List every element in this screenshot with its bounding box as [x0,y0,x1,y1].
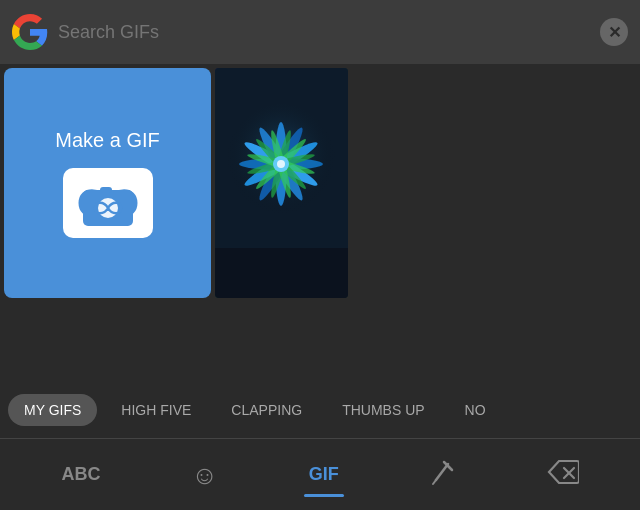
svg-line-22 [433,480,436,484]
make-gif-label: Make a GIF [55,129,159,152]
gif-label: GIF [309,464,339,485]
backspace-button[interactable] [531,451,595,499]
tab-no[interactable]: NO [449,394,502,426]
gif-button[interactable]: GIF [293,456,355,493]
gif-image-svg [215,68,348,298]
clear-icon: ✕ [608,23,621,42]
abc-label: ABC [61,464,100,485]
tab-high-five[interactable]: HIGH FIVE [105,394,207,426]
emoji-icon: ☺ [191,462,218,488]
make-gif-icon [63,168,153,238]
gif-thumbnail[interactable] [215,68,348,298]
svg-line-20 [436,464,448,480]
pen-button[interactable] [414,452,472,498]
make-gif-card[interactable]: Make a GIF [4,68,211,298]
clear-button[interactable]: ✕ [600,18,628,46]
google-logo-icon [12,14,48,50]
tab-thumbs-up[interactable]: THUMBS UP [326,394,440,426]
pen-icon [430,460,456,490]
svg-point-18 [277,160,285,168]
category-tabs: MY GIFS HIGH FIVE CLAPPING THUMBS UP NO [0,382,640,438]
search-input[interactable] [58,22,590,43]
svg-rect-19 [215,248,348,298]
gif-thumbnail-image [215,68,348,298]
search-bar: ✕ [0,0,640,64]
backspace-icon [547,459,579,491]
bottom-toolbar: ABC ☺ GIF [0,438,640,510]
abc-button[interactable]: ABC [45,456,116,493]
emoji-button[interactable]: ☺ [175,454,234,496]
tab-my-gifs[interactable]: MY GIFS [8,394,97,426]
svg-rect-2 [100,187,112,193]
infinity-icon [73,178,143,228]
gif-grid: Make a GIF [0,64,640,382]
tab-clapping[interactable]: CLAPPING [215,394,318,426]
